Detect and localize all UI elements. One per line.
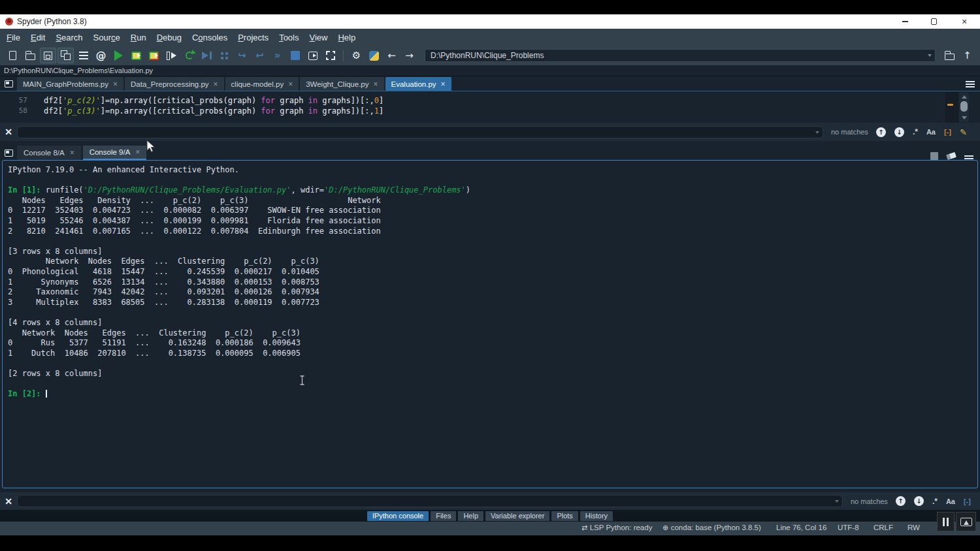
run-selection-icon[interactable]: [163, 47, 180, 64]
find-history-dropdown-icon[interactable]: [815, 131, 819, 134]
maximize-button[interactable]: [928, 16, 939, 27]
tab-close-icon[interactable]: ×: [441, 80, 446, 88]
menu-run[interactable]: Run: [125, 31, 152, 44]
dock-tab-variable-explorer[interactable]: Variable explorer: [485, 511, 549, 521]
console-line: Network Nodes Edges ... Clustering p_c(2…: [8, 328, 470, 339]
stop-debugging-icon[interactable]: [286, 47, 304, 64]
rerun-cell-icon[interactable]: [180, 47, 198, 64]
ipython-console[interactable]: IPython 7.19.0 -- An enhanced Interactiv…: [2, 160, 978, 488]
scrollbar-up-icon[interactable]: [962, 95, 967, 99]
run-current-line-icon[interactable]: [216, 47, 233, 64]
console-options-icon[interactable]: [964, 155, 973, 157]
maximize-pane-icon[interactable]: [304, 47, 321, 64]
working-directory-field[interactable]: D:\PythonRUN\Clique_Problems: [425, 49, 936, 62]
editor-options-button[interactable]: [960, 77, 980, 91]
minimize-button[interactable]: [899, 16, 911, 27]
console-toolbar: [930, 152, 980, 160]
parent-directory-icon[interactable]: ↑: [958, 47, 976, 64]
tab-close-icon[interactable]: ×: [135, 148, 140, 156]
editor-tab-Evaluation.py[interactable]: Evaluation.py×: [385, 77, 451, 91]
find-previous-button[interactable]: ↑: [896, 496, 906, 506]
title-bar: Spyder (Python 3.8) ×: [0, 14, 980, 29]
console-browse-tabs-button[interactable]: [0, 146, 17, 160]
find-previous-button[interactable]: ↑: [876, 127, 886, 137]
menu-help[interactable]: Help: [333, 31, 361, 44]
menu-view[interactable]: View: [304, 31, 333, 44]
tab-close-icon[interactable]: ×: [70, 149, 74, 157]
menu-tools[interactable]: Tools: [274, 31, 304, 44]
browse-working-directory-icon[interactable]: [941, 47, 958, 64]
editor-tab-MAIN_GraphProblems.py[interactable]: MAIN_GraphProblems.py×: [17, 77, 123, 91]
tab-close-icon[interactable]: ×: [214, 80, 218, 88]
working-directory-value: D:\PythonRUN\Clique_Problems: [431, 51, 544, 60]
regex-toggle-icon[interactable]: .*: [932, 497, 938, 506]
tab-close-icon[interactable]: ×: [374, 80, 378, 88]
menu-file[interactable]: File: [1, 31, 25, 44]
dock-tab-ipython-console[interactable]: IPython console: [367, 511, 429, 521]
tab-close-icon[interactable]: ×: [288, 80, 293, 88]
find-close-button[interactable]: ✕: [0, 127, 17, 137]
open-file-icon[interactable]: [22, 47, 39, 64]
create-cell-icon[interactable]: [74, 47, 92, 64]
code-editor[interactable]: 57df2['p_c(2)']=np.array([critical_probs…: [0, 92, 980, 123]
step-return-icon[interactable]: ↩: [251, 47, 269, 64]
console-tab-console-9-a[interactable]: Console 9/A×: [83, 146, 147, 160]
interrupt-kernel-icon[interactable]: [930, 152, 938, 160]
pause-icon: [947, 518, 949, 526]
run-cell-icon[interactable]: [127, 47, 145, 64]
dock-tab-files[interactable]: Files: [431, 511, 456, 521]
whole-words-toggle-icon[interactable]: [-]: [944, 128, 951, 136]
case-sensitive-toggle-icon[interactable]: Aa: [926, 128, 936, 136]
find-close-button[interactable]: ✕: [0, 496, 17, 507]
pythonpath-manager-icon[interactable]: [365, 47, 383, 64]
tab-close-icon[interactable]: ×: [113, 80, 118, 88]
replace-toggle-icon[interactable]: ✎: [960, 127, 967, 137]
run-file-icon[interactable]: [110, 47, 127, 64]
lsp-status-icon: ⇄: [581, 524, 590, 532]
fullscreen-icon[interactable]: [321, 47, 339, 64]
preferences-icon[interactable]: ⚙: [348, 47, 365, 64]
debug-file-icon[interactable]: [198, 47, 216, 64]
console-tab-console-8-a[interactable]: Console 8/A×: [17, 146, 81, 160]
dock-tab-plots[interactable]: Plots: [551, 511, 578, 521]
dock-tab-history[interactable]: History: [580, 511, 613, 521]
find-next-button[interactable]: ↓: [914, 496, 924, 506]
editor-tab-clique-model.py[interactable]: clique-model.py×: [225, 77, 299, 91]
spyder-logo-icon: [5, 18, 13, 25]
close-button[interactable]: ×: [958, 16, 970, 27]
dock-tab-help[interactable]: Help: [458, 511, 483, 521]
menu-consoles[interactable]: Consoles: [187, 31, 233, 44]
editor-tab-3Weight_Clique.py[interactable]: 3Weight_Clique.py×: [300, 77, 384, 91]
pause-button[interactable]: [937, 512, 955, 531]
menu-source[interactable]: Source: [88, 31, 125, 44]
remove-variables-icon[interactable]: [946, 152, 956, 160]
screen-share-button[interactable]: [956, 512, 976, 531]
editor-tab-Data_Preprocessing.py[interactable]: Data_Preprocessing.py×: [125, 77, 224, 91]
browse-tabs-button[interactable]: [0, 77, 17, 91]
case-sensitive-toggle-icon[interactable]: Aa: [946, 497, 955, 505]
working-directory-dropdown-icon[interactable]: [928, 54, 932, 57]
save-file-icon[interactable]: [40, 48, 56, 63]
scrollbar-thumb[interactable]: [960, 101, 968, 112]
menu-debug[interactable]: Debug: [152, 31, 187, 44]
editor-scrollbar[interactable]: [959, 93, 969, 122]
regex-toggle-icon[interactable]: .*: [913, 127, 918, 136]
save-all-icon[interactable]: [57, 48, 74, 63]
menu-search[interactable]: Search: [50, 31, 88, 44]
menu-edit[interactable]: Edit: [25, 31, 50, 44]
find-next-button[interactable]: ↓: [894, 127, 904, 137]
menu-projects[interactable]: Projects: [233, 31, 274, 44]
scrollbar-down-icon[interactable]: [962, 116, 967, 119]
run-cell-advance-icon[interactable]: [145, 47, 163, 64]
new-file-icon[interactable]: [4, 47, 22, 64]
toolbar-directory-buttons: ↑: [941, 47, 976, 64]
find-history-dropdown-icon[interactable]: [835, 500, 839, 503]
whole-words-toggle-icon[interactable]: [-]: [964, 497, 971, 505]
symbol-finder-icon[interactable]: @: [92, 47, 110, 64]
step-into-icon[interactable]: ↪: [233, 47, 251, 64]
find-input[interactable]: [17, 126, 823, 138]
continue-execution-icon[interactable]: »: [269, 47, 286, 64]
forward-icon[interactable]: →: [400, 47, 418, 64]
find-input[interactable]: [17, 495, 843, 507]
back-icon[interactable]: ←: [383, 47, 400, 64]
